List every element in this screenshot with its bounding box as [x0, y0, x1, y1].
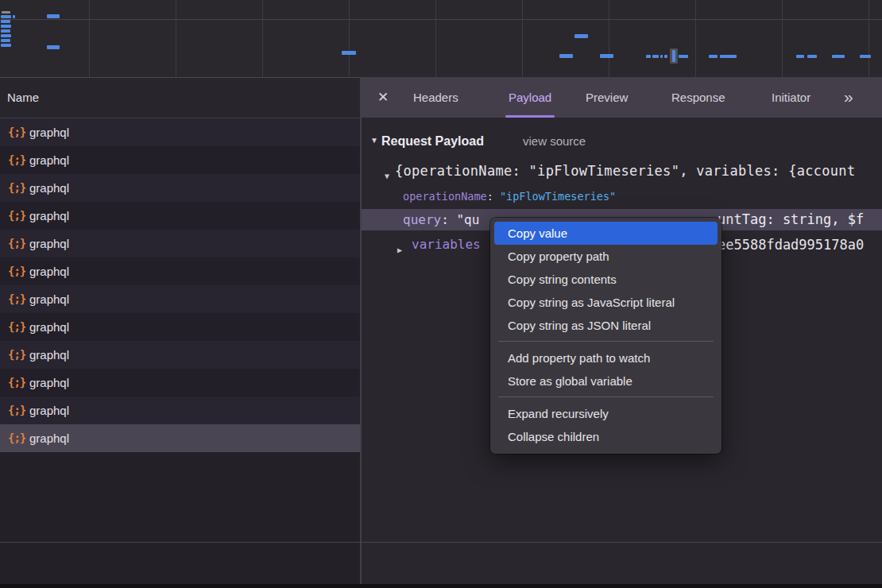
menu-divider — [498, 341, 714, 342]
tab-response[interactable]: Response — [671, 77, 725, 118]
menu-item-expand-recursively[interactable]: Expand recursively — [494, 402, 718, 425]
menu-divider — [498, 397, 714, 397]
devtools-network-panel: Name {;}graphql{;}graphql{;}graphql{;}gr… — [0, 0, 882, 588]
waterfall-bar — [342, 51, 356, 55]
menu-item-collapse-children[interactable]: Collapse children — [494, 425, 718, 448]
overview-gridline — [522, 0, 523, 77]
close-icon[interactable]: ✕ — [377, 77, 389, 118]
json-braces-icon: {;} — [8, 174, 25, 202]
request-name-label: graphql — [29, 146, 69, 174]
request-list-panel: Name {;}graphql{;}graphql{;}graphql{;}gr… — [0, 78, 360, 588]
request-row-graphql[interactable]: {;}graphql — [0, 118, 360, 146]
json-braces-icon: {;} — [8, 424, 25, 452]
waterfall-bar — [832, 55, 845, 58]
tab-initiator[interactable]: Initiator — [772, 77, 810, 118]
waterfall-bar — [807, 55, 817, 58]
name-column-header[interactable]: Name — [0, 78, 360, 118]
overview-gridline — [435, 0, 436, 77]
property-key: operationName — [403, 190, 487, 203]
waterfall-bar — [600, 54, 613, 58]
tab-preview[interactable]: Preview — [586, 77, 628, 118]
section-expanded-icon[interactable]: ▼ — [370, 136, 378, 145]
view-source-toggle[interactable]: view source — [523, 132, 586, 151]
network-overview-strip[interactable] — [0, 0, 882, 78]
request-name-label: graphql — [29, 397, 69, 424]
waterfall-bar — [1, 29, 10, 33]
waterfall-bar — [574, 34, 588, 38]
menu-item-store-as-global-variable[interactable]: Store as global variable — [494, 369, 718, 393]
waterfall-bar — [652, 55, 659, 58]
overview-gridline — [868, 0, 869, 77]
property-key: query — [403, 212, 441, 227]
object-preview-text: {operationName: "ipFlowTimeseries", vari… — [395, 161, 855, 180]
request-row-graphql[interactable]: {;}graphql — [0, 369, 360, 397]
json-braces-icon: {;} — [8, 369, 25, 397]
section-title: Request Payload — [381, 132, 484, 151]
tab-headers[interactable]: Headers — [413, 77, 458, 118]
collapsed-arrow-icon[interactable]: ▶ — [397, 241, 402, 260]
json-braces-icon: {;} — [8, 313, 25, 341]
request-row-graphql[interactable]: {;}graphql — [0, 285, 360, 313]
expanded-arrow-icon[interactable]: ▼ — [385, 167, 389, 186]
json-braces-icon: {;} — [8, 285, 25, 313]
request-name-label: graphql — [29, 424, 69, 452]
tab-payload[interactable]: Payload — [509, 77, 551, 118]
request-row-graphql[interactable]: {;}graphql — [0, 424, 360, 452]
json-braces-icon: {;} — [8, 230, 25, 257]
menu-item-copy-string-contents[interactable]: Copy string contents — [494, 268, 718, 291]
menu-item-copy-string-as-javascript-literal[interactable]: Copy string as JavaScript literal — [494, 291, 718, 314]
request-row-graphql[interactable]: {;}graphql — [0, 174, 360, 202]
waterfall-bar — [2, 11, 10, 14]
waterfall-bar — [47, 14, 60, 18]
waterfall-bar — [559, 54, 573, 58]
waterfall-bar — [672, 50, 675, 62]
request-row-graphql[interactable]: {;}graphql — [0, 202, 360, 230]
window-bottom-edge — [0, 584, 882, 588]
waterfall-bar — [1, 39, 10, 42]
overview-gridline — [609, 0, 609, 77]
menu-item-copy-property-path[interactable]: Copy property path — [494, 245, 718, 268]
request-name-label: graphql — [29, 341, 69, 369]
menu-item-copy-value[interactable]: Copy value — [494, 222, 718, 245]
waterfall-bar — [796, 55, 804, 58]
payload-row-operationName[interactable]: operationName: "ipFlowTimeseries" — [362, 188, 882, 205]
json-braces-icon: {;} — [8, 146, 25, 174]
bottom-divider — [0, 542, 882, 543]
property-value-right: untTag: string, $f — [718, 209, 864, 230]
request-name-label: graphql — [29, 313, 69, 341]
menu-item-add-property-path-to-watch[interactable]: Add property path to watch — [494, 346, 718, 369]
waterfall-bar — [860, 55, 871, 58]
payload-root-row[interactable]: ▼ {operationName: "ipFlowTimeseries", va… — [362, 161, 882, 180]
request-payload-section-toggle[interactable]: ▼ Request Payload view source — [362, 132, 882, 151]
request-name-label: graphql — [29, 202, 69, 230]
waterfall-bar — [47, 45, 60, 49]
context-menu: Copy valueCopy property pathCopy string … — [490, 218, 721, 454]
overview-gridline — [349, 0, 350, 77]
waterfall-bar — [1, 34, 11, 37]
overview-gridline — [89, 0, 90, 77]
request-row-graphql[interactable]: {;}graphql — [0, 230, 360, 257]
request-name-label: graphql — [29, 369, 69, 397]
json-braces-icon: {;} — [8, 257, 25, 285]
request-row-graphql[interactable]: {;}graphql — [0, 341, 360, 369]
property-value-right: ee5588fdad995178a0 — [718, 235, 864, 254]
request-row-graphql[interactable]: {;}graphql — [0, 313, 360, 341]
waterfall-bar — [646, 55, 651, 58]
request-name-label: graphql — [29, 230, 69, 257]
waterfall-bar — [660, 55, 663, 58]
request-row-graphql[interactable]: {;}graphql — [0, 146, 360, 174]
waterfall-bar — [13, 15, 15, 18]
request-row-graphql[interactable]: {;}graphql — [0, 257, 360, 285]
property-value-left: "qu — [456, 212, 479, 227]
waterfall-bar — [1, 20, 10, 23]
menu-item-copy-string-as-json-literal[interactable]: Copy string as JSON literal — [494, 314, 718, 337]
overview-gridline — [695, 0, 696, 77]
key-separator: : — [487, 190, 500, 203]
detail-tab-bar: ✕ » HeadersPayloadPreviewResponseInitiat… — [362, 77, 882, 118]
request-row-graphql[interactable]: {;}graphql — [0, 397, 360, 424]
waterfall-bar — [664, 55, 667, 58]
waterfall-bar — [1, 15, 11, 18]
waterfall-bar — [679, 55, 688, 58]
more-tabs-icon[interactable]: » — [844, 77, 852, 118]
json-braces-icon: {;} — [8, 397, 25, 424]
